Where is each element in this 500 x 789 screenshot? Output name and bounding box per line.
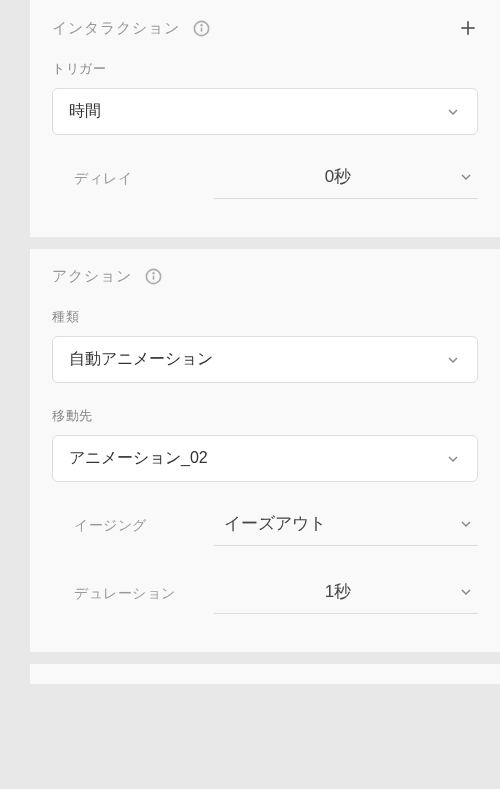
destination-select[interactable]: アニメーション_02 — [52, 435, 478, 482]
panel-stub — [30, 664, 500, 684]
duration-select[interactable]: 1秒 — [214, 574, 478, 614]
interaction-header-left: インタラクション — [52, 19, 211, 38]
chevron-down-icon — [445, 451, 461, 467]
destination-field: 移動先 アニメーション_02 — [52, 407, 478, 482]
chevron-down-icon — [458, 169, 474, 185]
type-label: 種類 — [52, 308, 478, 326]
action-header: アクション — [52, 267, 478, 286]
destination-label: 移動先 — [52, 407, 478, 425]
duration-value: 1秒 — [218, 580, 458, 603]
duration-label: デュレーション — [74, 585, 204, 603]
chevron-down-icon — [458, 584, 474, 600]
trigger-label: トリガー — [52, 60, 478, 78]
trigger-select[interactable]: 時間 — [52, 88, 478, 135]
delay-value: 0秒 — [218, 165, 458, 188]
action-header-left: アクション — [52, 267, 163, 286]
easing-select[interactable]: イーズアウト — [214, 506, 478, 546]
chevron-down-icon — [458, 516, 474, 532]
trigger-field: トリガー 時間 — [52, 60, 478, 135]
svg-point-7 — [153, 273, 154, 274]
delay-select[interactable]: 0秒 — [214, 159, 478, 199]
easing-field: イージング イーズアウト — [52, 506, 478, 546]
info-icon[interactable] — [144, 267, 163, 286]
delay-field: ディレイ 0秒 — [52, 159, 478, 199]
svg-point-2 — [201, 24, 202, 25]
interaction-header: インタラクション — [52, 18, 478, 38]
interaction-title: インタラクション — [52, 19, 180, 38]
type-value: 自動アニメーション — [69, 349, 213, 370]
easing-value: イーズアウト — [218, 512, 458, 535]
type-select[interactable]: 自動アニメーション — [52, 336, 478, 383]
info-icon[interactable] — [192, 19, 211, 38]
action-panel: アクション 種類 自動アニメーション — [30, 249, 500, 652]
delay-label: ディレイ — [74, 170, 204, 188]
trigger-value: 時間 — [69, 101, 101, 122]
type-field: 種類 自動アニメーション — [52, 308, 478, 383]
chevron-down-icon — [445, 352, 461, 368]
duration-field: デュレーション 1秒 — [52, 574, 478, 614]
add-interaction-button[interactable] — [458, 18, 478, 38]
easing-label: イージング — [74, 517, 204, 535]
interaction-panel: インタラクション トリガー 時間 — [30, 0, 500, 237]
action-title: アクション — [52, 267, 132, 286]
destination-value: アニメーション_02 — [69, 448, 208, 469]
chevron-down-icon — [445, 104, 461, 120]
